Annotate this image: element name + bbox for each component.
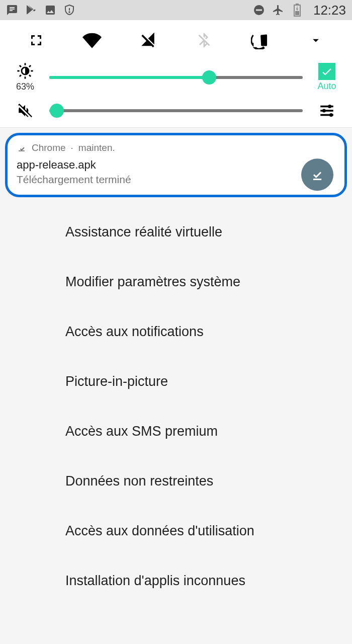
volume-mute-icon[interactable] (10, 102, 40, 119)
download-icon (17, 143, 27, 153)
status-left-icons (6, 4, 75, 16)
notif-subtitle: Téléchargement terminé (17, 174, 335, 186)
equalizer-button[interactable] (312, 102, 342, 119)
svg-point-17 (328, 105, 331, 108)
notif-title: app-release.apk (17, 158, 335, 172)
rotation-tile[interactable] (250, 30, 270, 50)
volume-row (0, 95, 352, 119)
svg-rect-6 (295, 11, 299, 15)
message-icon (6, 4, 18, 16)
brightness-icon-col: 63% (10, 62, 40, 92)
download-notification[interactable]: Chrome · mainten. app-release.apk Téléch… (5, 133, 347, 197)
image-icon (44, 4, 56, 16)
volume-slider[interactable] (49, 103, 303, 118)
auto-label: Auto (317, 81, 336, 92)
quick-settings-panel: 63% Auto (0, 20, 352, 128)
battery-icon (291, 4, 303, 16)
fullscreen-tile[interactable] (26, 30, 46, 50)
notif-open-button[interactable] (301, 158, 333, 191)
svg-point-21 (329, 113, 333, 117)
status-bar: 12:23 (0, 0, 352, 20)
airplane-icon (272, 4, 284, 16)
settings-item-usage-access[interactable]: Accès aux données d'utilisation (0, 506, 352, 556)
svg-line-14 (20, 75, 21, 76)
notif-app-name: Chrome (32, 142, 66, 153)
settings-item-notification-access[interactable]: Accès aux notifications (0, 307, 352, 357)
svg-line-11 (29, 75, 31, 76)
settings-item-unrestricted-data[interactable]: Données non restreintes (0, 456, 352, 506)
expand-chevron[interactable] (306, 30, 326, 50)
settings-item-premium-sms[interactable]: Accès aux SMS premium (0, 407, 352, 456)
brightness-row: 63% Auto (0, 55, 352, 95)
bluetooth-off-tile[interactable] (194, 30, 214, 50)
settings-item-vr[interactable]: Assistance réalité virtuelle (0, 207, 352, 257)
notif-separator: · (71, 142, 73, 153)
svg-point-19 (322, 109, 326, 112)
qs-tiles-row (0, 25, 352, 55)
notif-time: mainten. (78, 142, 115, 153)
svg-line-15 (29, 65, 31, 67)
brightness-percent: 63% (16, 82, 34, 92)
status-right-icons: 12:23 (253, 3, 346, 18)
play-store-icon (25, 4, 37, 16)
svg-point-1 (69, 12, 70, 13)
wifi-tile[interactable] (82, 30, 102, 50)
shield-alert-icon (63, 4, 75, 16)
auto-brightness-toggle[interactable]: Auto (312, 63, 342, 92)
check-icon (318, 63, 335, 80)
brightness-icon (17, 62, 34, 79)
settings-list: Assistance réalité virtuelle Modifier pa… (0, 197, 352, 606)
cellular-off-tile[interactable] (138, 30, 158, 50)
status-time: 12:23 (313, 3, 346, 18)
svg-line-10 (20, 65, 21, 67)
settings-item-pip[interactable]: Picture-in-picture (0, 357, 352, 407)
svg-rect-3 (256, 10, 262, 11)
dnd-icon (253, 4, 265, 16)
notif-header: Chrome · mainten. (17, 142, 335, 153)
brightness-slider[interactable] (49, 70, 303, 85)
settings-item-unknown-apps[interactable]: Installation d'applis inconnues (0, 556, 352, 606)
settings-item-modify-system[interactable]: Modifier paramètres système (0, 257, 352, 307)
